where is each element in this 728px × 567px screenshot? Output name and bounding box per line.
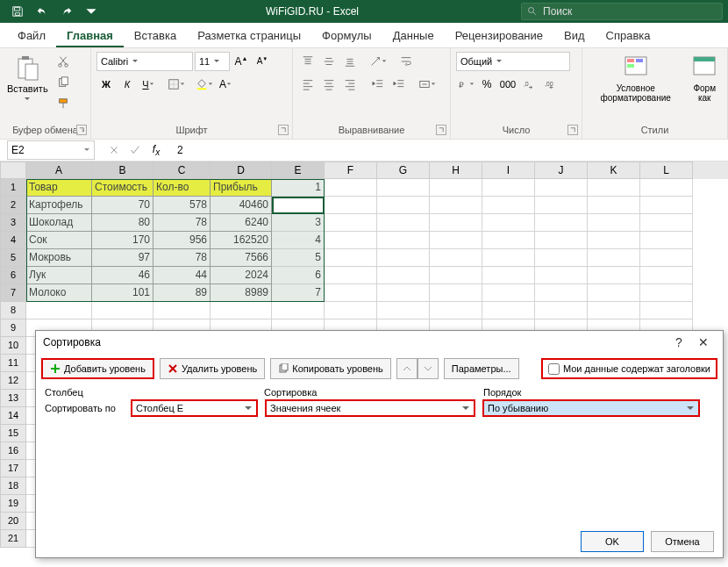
col-header[interactable]: H (430, 161, 482, 179)
row-header[interactable]: 19 (0, 495, 26, 513)
ok-button[interactable]: OK (581, 531, 644, 552)
dialog-close-button[interactable]: ✕ (691, 333, 716, 352)
align-middle-button[interactable] (319, 52, 339, 71)
cell[interactable] (377, 197, 430, 214)
cell[interactable] (535, 302, 588, 319)
cell[interactable] (482, 232, 535, 249)
cell[interactable] (588, 232, 640, 249)
save-icon[interactable] (5, 1, 30, 22)
row-header[interactable]: 14 (0, 407, 26, 425)
cell[interactable] (92, 302, 153, 319)
menu-review[interactable]: Рецензирование (445, 24, 553, 47)
row-header[interactable]: 3 (0, 214, 26, 232)
cell[interactable]: 170 (92, 232, 153, 249)
row-header[interactable]: 5 (0, 249, 26, 267)
col-header[interactable]: C (153, 161, 211, 179)
cell[interactable] (430, 249, 482, 267)
enter-formula-button[interactable] (125, 140, 146, 160)
menu-insert[interactable]: Вставка (124, 24, 187, 47)
bold-button[interactable]: Ж (96, 75, 116, 94)
cell[interactable] (588, 249, 640, 267)
increase-decimal-button[interactable]: ,0 (519, 75, 539, 94)
decrease-font-button[interactable]: A▼ (253, 52, 272, 71)
cell[interactable] (588, 197, 640, 214)
cell[interactable]: 44 (153, 267, 211, 284)
redo-icon[interactable] (54, 1, 79, 22)
col-header[interactable]: B (92, 161, 153, 179)
underline-button[interactable]: Ч (139, 75, 158, 94)
col-header[interactable]: L (640, 161, 693, 179)
cell[interactable]: Стоимость (92, 179, 153, 197)
align-launcher[interactable] (436, 125, 446, 135)
cell[interactable] (377, 302, 430, 319)
cell[interactable]: 7 (272, 284, 325, 302)
cell[interactable] (430, 267, 482, 284)
italic-button[interactable]: К (118, 75, 137, 94)
menu-help[interactable]: Справка (596, 24, 661, 47)
cell[interactable]: 70 (92, 197, 153, 214)
cell[interactable] (640, 197, 693, 214)
cell[interactable] (430, 302, 482, 319)
number-launcher[interactable] (567, 125, 578, 135)
merge-button[interactable] (418, 75, 437, 94)
row-header[interactable]: 4 (0, 232, 26, 249)
menu-view[interactable]: Вид (553, 24, 596, 47)
cell[interactable]: 78 (153, 249, 211, 267)
col-header[interactable]: G (377, 161, 430, 179)
fx-button[interactable]: fx (146, 140, 167, 160)
undo-icon[interactable] (30, 1, 54, 22)
formula-input[interactable]: 2 (172, 144, 728, 156)
cell[interactable] (377, 214, 430, 232)
cell[interactable]: 89 (153, 284, 211, 302)
dialog-help-button[interactable]: ? (667, 333, 691, 352)
copy-button[interactable] (54, 73, 73, 92)
cell[interactable] (272, 302, 325, 319)
cell[interactable] (325, 179, 377, 197)
add-level-button[interactable]: Добавить уровень (41, 358, 154, 379)
row-header[interactable]: 18 (0, 477, 26, 495)
menu-file[interactable]: Файл (7, 24, 56, 47)
cell[interactable] (640, 232, 693, 249)
cell[interactable]: Мокровь (26, 249, 92, 267)
cell[interactable] (430, 179, 482, 197)
decrease-decimal-button[interactable]: ,00 (540, 75, 560, 94)
row-header[interactable]: 2 (0, 197, 26, 214)
col-header[interactable]: J (535, 161, 588, 179)
sort-order-combo[interactable]: По убыванию (482, 399, 700, 417)
cell[interactable] (588, 214, 640, 232)
align-left-button[interactable] (298, 75, 318, 94)
row-header[interactable]: 8 (0, 302, 26, 319)
cell[interactable] (640, 284, 693, 302)
cell[interactable]: Сок (26, 232, 92, 249)
menu-home[interactable]: Главная (56, 24, 124, 47)
align-center-button[interactable] (319, 75, 339, 94)
cell[interactable] (482, 302, 535, 319)
cell[interactable] (377, 179, 430, 197)
row-header[interactable]: 20 (0, 513, 26, 530)
cell[interactable] (377, 267, 430, 284)
align-top-button[interactable] (298, 52, 318, 71)
font-name-combo[interactable]: Calibri (96, 52, 193, 71)
cell[interactable] (588, 179, 640, 197)
cell[interactable]: 5 (272, 249, 325, 267)
cell[interactable] (482, 214, 535, 232)
align-bottom-button[interactable] (340, 52, 360, 71)
cell[interactable] (325, 267, 377, 284)
fill-color-button[interactable] (195, 75, 214, 94)
row-header[interactable]: 16 (0, 442, 26, 460)
format-painter-button[interactable] (54, 94, 73, 113)
menu-pagelayout[interactable]: Разметка страницы (187, 24, 311, 47)
cell[interactable] (535, 284, 588, 302)
row-header[interactable]: 10 (0, 337, 26, 355)
cell[interactable]: Товар (26, 179, 92, 197)
clipboard-launcher[interactable] (76, 125, 87, 135)
cell[interactable] (325, 249, 377, 267)
cell[interactable]: 2024 (211, 267, 272, 284)
cell[interactable] (153, 302, 211, 319)
conditional-formatting-button[interactable]: Условное форматирование (588, 52, 683, 104)
row-header[interactable]: 9 (0, 319, 26, 337)
cell[interactable] (535, 179, 588, 197)
paste-button[interactable]: Вставить (5, 52, 50, 104)
cell[interactable] (325, 214, 377, 232)
increase-indent-button[interactable] (389, 75, 409, 94)
